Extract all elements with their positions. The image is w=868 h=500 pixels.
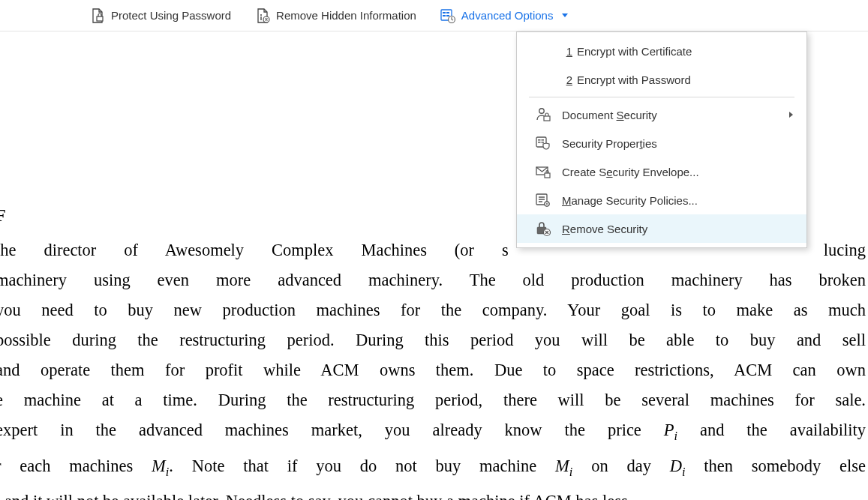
menu-encrypt-certificate[interactable]: 1 Encrypt with Certificate [517, 37, 806, 65]
svg-rect-0 [97, 16, 103, 21]
advanced-options-label: Advanced Options [461, 9, 554, 22]
doc-line: e machine at a time. During the restruct… [0, 385, 866, 415]
menu-label: Document Security [562, 109, 657, 121]
menu-manage-security-policies[interactable]: Manage Security Policies... [517, 186, 806, 214]
protect-toolbar: Protect Using Password Remove Hidden Inf… [0, 0, 868, 31]
menu-security-properties[interactable]: Security Properties [517, 129, 806, 157]
svg-rect-11 [544, 116, 550, 121]
menu-label: Manage Security Policies... [562, 194, 698, 207]
svg-point-1 [260, 14, 262, 16]
svg-rect-6 [443, 15, 446, 16]
protect-password-label: Protect Using Password [111, 9, 231, 22]
menu-label: Encrypt with Certificate [577, 45, 692, 58]
svg-rect-8 [446, 15, 449, 16]
menu-label: Create Security Envelope... [562, 166, 699, 178]
advanced-options-icon [440, 8, 455, 23]
svg-rect-7 [446, 12, 449, 13]
menu-label: Remove Security [562, 223, 647, 235]
doc-line: r each machines Mi. Note that if you do … [0, 451, 866, 487]
menu-document-security[interactable]: Document Security [517, 100, 806, 129]
advanced-options-button[interactable]: Advanced Options [440, 8, 569, 23]
svg-rect-18 [545, 173, 550, 178]
caret-down-icon [562, 13, 568, 17]
svg-point-10 [539, 109, 544, 113]
svg-rect-13 [538, 139, 541, 141]
advanced-options-menu: 1 Encrypt with Certificate 2 Encrypt wit… [516, 31, 807, 248]
menu-number: 1 [562, 45, 572, 58]
doc-line: possible during the restructuring period… [0, 325, 866, 355]
user-lock-icon [533, 106, 553, 123]
doc-line: machinery using even more advanced machi… [0, 265, 866, 295]
svg-rect-16 [542, 142, 545, 143]
doc-line: expert in the advanced machines market, … [0, 415, 866, 451]
lock-remove-icon [533, 220, 553, 237]
svg-rect-14 [538, 142, 541, 143]
menu-label: Encrypt with Password [577, 73, 691, 86]
submenu-arrow-icon [789, 112, 793, 118]
remove-hidden-info-button[interactable]: Remove Hidden Information [255, 8, 416, 23]
menu-remove-security[interactable]: Remove Security [517, 214, 806, 243]
remove-hidden-info-label: Remove Hidden Information [276, 9, 416, 22]
menu-label: Security Properties [562, 137, 657, 150]
menu-encrypt-password[interactable]: 2 Encrypt with Password [517, 65, 806, 94]
envelope-lock-icon [533, 163, 553, 180]
svg-rect-15 [542, 139, 545, 141]
doc-line: t and it will not be available later. Ne… [0, 487, 866, 500]
svg-rect-2 [260, 16, 261, 20]
properties-shield-icon [533, 135, 553, 151]
document-lock-icon [90, 8, 105, 23]
protect-password-button[interactable]: Protect Using Password [90, 8, 231, 23]
svg-point-21 [546, 203, 548, 205]
doc-line: and operate them for profit while ACM ow… [0, 355, 866, 385]
svg-rect-5 [443, 12, 446, 13]
doc-line: you need to buy new production machines … [0, 295, 866, 325]
menu-create-security-envelope[interactable]: Create Security Envelope... [517, 157, 806, 186]
menu-number: 2 [562, 73, 572, 86]
list-gear-icon [533, 192, 553, 208]
menu-separator [529, 97, 794, 97]
document-info-icon [255, 8, 270, 23]
